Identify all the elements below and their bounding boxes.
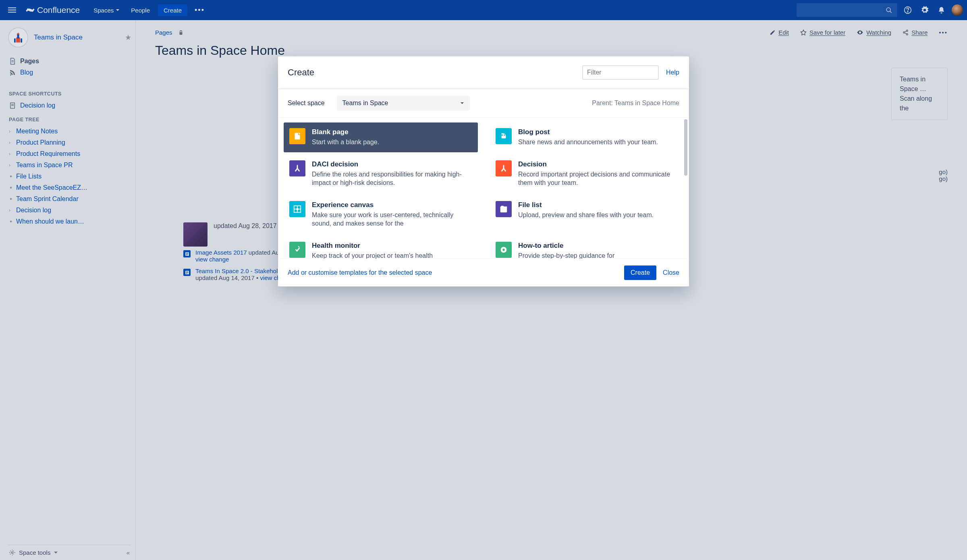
settings-icon[interactable] bbox=[918, 4, 931, 17]
template-health[interactable]: Health monitorKeep track of your project… bbox=[284, 236, 478, 259]
help-icon[interactable] bbox=[901, 4, 914, 17]
svg-rect-1 bbox=[8, 10, 16, 10]
pages-icon bbox=[9, 58, 16, 65]
svg-point-18 bbox=[907, 30, 908, 31]
activity-avatar bbox=[183, 222, 208, 247]
svg-rect-10 bbox=[21, 39, 22, 43]
tree-heading: PAGE TREE bbox=[9, 117, 131, 122]
rss-icon bbox=[9, 69, 16, 76]
shortcuts-heading: SPACE SHORTCUTS bbox=[9, 91, 131, 97]
page-more-icon[interactable]: ••• bbox=[939, 29, 948, 36]
filelist-icon bbox=[496, 201, 512, 217]
svg-point-19 bbox=[903, 32, 905, 33]
filter-input[interactable] bbox=[582, 65, 659, 80]
app-menu-icon[interactable] bbox=[4, 3, 20, 17]
svg-rect-17 bbox=[179, 32, 182, 34]
view-change-link[interactable]: view change bbox=[195, 256, 229, 263]
template-blog[interactable]: Blog postShare news and announcements wi… bbox=[490, 122, 684, 152]
space-select[interactable]: Teams in Space bbox=[337, 95, 470, 111]
tree-item[interactable]: ›Product Requirements bbox=[7, 148, 131, 160]
svg-rect-0 bbox=[8, 7, 16, 8]
template-experience[interactable]: Experience canvasMake sure your work is … bbox=[284, 195, 478, 234]
svg-point-35 bbox=[296, 208, 299, 210]
restrictions-lock-icon[interactable] bbox=[178, 30, 184, 35]
page-icon bbox=[183, 250, 191, 257]
user-avatar[interactable] bbox=[952, 4, 963, 16]
sidebar-blog[interactable]: Blog bbox=[7, 67, 131, 78]
svg-line-22 bbox=[905, 33, 907, 34]
template-howto[interactable]: How-to articleProvide step-by-step guida… bbox=[490, 236, 684, 259]
experience-icon bbox=[289, 201, 305, 217]
tree-item[interactable]: ›Decision log bbox=[7, 205, 131, 216]
page-icon bbox=[9, 102, 16, 109]
dialog-title: Create bbox=[288, 67, 314, 78]
customise-templates-link[interactable]: Add or customise templates for the selec… bbox=[288, 269, 432, 276]
template-blank[interactable]: Blank pageStart with a blank page. bbox=[284, 122, 478, 152]
activity-page-link[interactable]: Image Assets 2017 bbox=[195, 249, 247, 256]
svg-point-6 bbox=[907, 11, 908, 12]
tree-item[interactable]: ›Meeting Notes bbox=[7, 126, 131, 137]
create-button[interactable]: Create bbox=[158, 4, 187, 16]
daci-icon bbox=[289, 160, 305, 176]
dialog-create-button[interactable]: Create bbox=[624, 265, 656, 280]
svg-line-4 bbox=[890, 11, 892, 12]
sidebar: Teams in Space ★ Pages Blog SPACE SHORTC… bbox=[0, 20, 136, 560]
tree-item[interactable]: ›Product Planning bbox=[7, 137, 131, 148]
space-name[interactable]: Teams in Space bbox=[34, 33, 119, 41]
space-tools[interactable]: Space tools bbox=[19, 549, 50, 556]
svg-point-16 bbox=[11, 552, 13, 553]
star-icon bbox=[800, 29, 807, 36]
howto-icon bbox=[496, 242, 512, 258]
page-tree: ›Meeting Notes›Product Planning›Product … bbox=[7, 126, 131, 227]
nav-people[interactable]: People bbox=[126, 4, 155, 17]
sidebar-pages[interactable]: Pages bbox=[7, 56, 131, 67]
tree-item[interactable]: ›Teams in Space PR bbox=[7, 160, 131, 171]
search-input[interactable] bbox=[797, 3, 897, 17]
space-logo[interactable] bbox=[8, 27, 28, 48]
svg-point-3 bbox=[886, 8, 890, 12]
notification-icon[interactable] bbox=[935, 4, 948, 17]
scrollbar-thumb[interactable] bbox=[684, 119, 687, 176]
breadcrumb-pages[interactable]: Pages bbox=[155, 29, 172, 36]
svg-point-37 bbox=[502, 249, 505, 251]
template-daci[interactable]: DACI decisionDefine the roles and respon… bbox=[284, 155, 478, 193]
share-icon bbox=[903, 29, 909, 35]
watching-action[interactable]: Watching bbox=[857, 29, 891, 36]
star-icon[interactable]: ★ bbox=[125, 33, 131, 42]
dialog-close-button[interactable]: Close bbox=[663, 269, 679, 276]
pencil-icon bbox=[770, 29, 776, 35]
template-decision[interactable]: DecisionRecord important project decisio… bbox=[490, 155, 684, 193]
parent-page-label: Parent: Teams in Space Home bbox=[592, 100, 679, 107]
blank-icon bbox=[289, 128, 305, 144]
topbar: Confluence Spaces People Create ••• bbox=[0, 0, 967, 20]
search-icon bbox=[886, 7, 892, 14]
share-action[interactable]: Share bbox=[903, 29, 928, 36]
page-icon bbox=[183, 269, 191, 276]
tree-item[interactable]: •Team Sprint Calendar bbox=[7, 193, 131, 205]
create-dialog: Create Help Select space Teams in Space … bbox=[278, 56, 689, 286]
confluence-logo[interactable]: Confluence bbox=[23, 5, 82, 15]
tree-item[interactable]: •Meet the SeeSpaceEZ… bbox=[7, 182, 131, 193]
save-later-action[interactable]: Save for later bbox=[800, 29, 845, 36]
health-icon bbox=[289, 242, 305, 258]
svg-rect-9 bbox=[14, 39, 16, 43]
chevron-down-icon bbox=[54, 550, 58, 555]
nav-spaces[interactable]: Spaces bbox=[89, 4, 125, 17]
blog-icon bbox=[496, 128, 512, 144]
tree-item[interactable]: •When should we laun… bbox=[7, 216, 131, 227]
page-title: Teams in Space Home bbox=[155, 43, 948, 58]
template-filelist[interactable]: File listUpload, preview and share files… bbox=[490, 195, 684, 234]
select-space-label: Select space bbox=[288, 100, 325, 107]
tree-item[interactable]: •File Lists bbox=[7, 171, 131, 182]
product-name: Confluence bbox=[37, 5, 80, 15]
more-menu-icon[interactable]: ••• bbox=[191, 4, 209, 17]
collapse-sidebar-icon[interactable]: « bbox=[127, 549, 130, 556]
gear-icon bbox=[9, 549, 16, 556]
shortcut-decision-log[interactable]: Decision log bbox=[7, 100, 131, 111]
info-panel: Teams in Space … Scan along the bbox=[891, 68, 948, 120]
svg-point-20 bbox=[907, 33, 908, 35]
eye-icon bbox=[857, 29, 863, 36]
edit-action[interactable]: Edit bbox=[770, 29, 789, 36]
dialog-help-link[interactable]: Help bbox=[666, 69, 679, 76]
chevron-down-icon bbox=[460, 101, 464, 105]
